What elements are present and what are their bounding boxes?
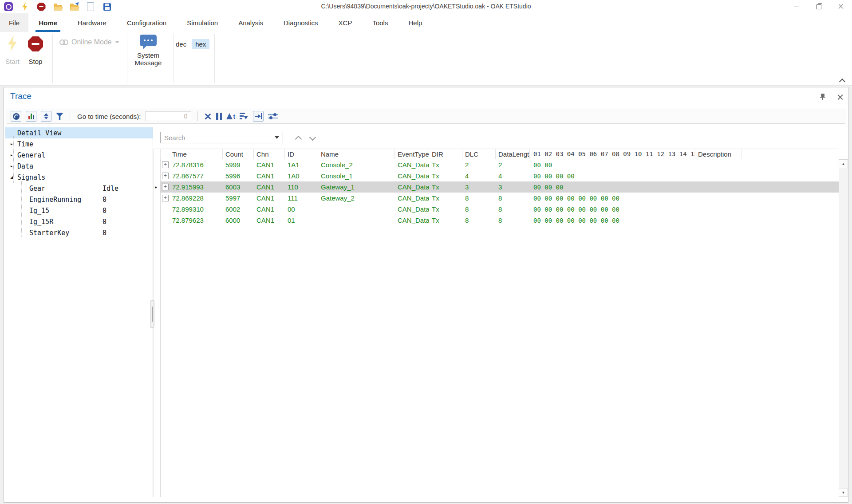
save-icon[interactable] [102,2,112,12]
scroll-up-button[interactable]: ▲ [839,159,848,168]
cell-filler [742,193,839,204]
message-bubble-icon [140,35,157,46]
tree-item-signals[interactable]: ◢Signals [5,172,153,183]
col-header-time[interactable]: Time [170,149,223,159]
chevron-up-icon [295,136,302,143]
stop-button[interactable]: Stop [25,34,46,65]
expand-cell: + [161,193,170,204]
dec-toggle[interactable]: dec [176,40,186,48]
ribbon: Start Stop Online Mode System Message de… [0,32,852,86]
menu-item-help[interactable]: Help [398,13,432,32]
expand-cell: + [161,181,170,193]
goto-time-input[interactable] [145,111,191,121]
menu-item-simulation[interactable]: Simulation [177,13,228,32]
tree-item-starterkey[interactable]: StarterKey0 [5,227,153,238]
window-title: C:\Users\94039\Documents\oak-projecty\OA… [321,3,531,10]
find-next-button[interactable] [307,133,318,143]
tree-item-label: Time [17,140,33,148]
sort-button[interactable] [240,113,248,120]
col-header-chn[interactable]: Chn [254,149,285,159]
cell-datalength: 8 [496,204,530,215]
cell-time: 72.899310 [170,204,223,215]
col-header-dir[interactable]: DIR [429,149,462,159]
statistics-toggle-button[interactable] [26,111,36,122]
delta-time-button[interactable]: t [226,113,235,119]
table-row[interactable]: 72.8993106002CAN100CAN_DataTx8800 00 00 … [154,204,839,215]
col-header-bytes[interactable]: 01 02 03 04 05 06 07 08 09 10 11 12 13 1… [530,149,695,159]
online-mode-dropdown[interactable]: Online Mode [59,38,119,46]
vertical-scrollbar[interactable]: ▲ ▼ [839,159,848,497]
cell-chn: CAN1 [254,204,285,215]
stop-icon[interactable] [36,2,46,12]
expand-row-icon[interactable]: + [162,195,169,201]
expand-row-icon[interactable]: + [162,184,169,190]
menu-item-tools[interactable]: Tools [362,13,398,32]
col-header-eventtype[interactable]: EventType [395,149,429,159]
tree-item-ig-15[interactable]: Ig_150 [5,205,153,216]
find-previous-button[interactable] [292,133,304,143]
col-header-count[interactable]: Count [223,149,254,159]
col-header-datalength[interactable]: DataLength [496,149,530,159]
cell-dlc: 8 [462,193,496,204]
cell-eventtype: CAN_Data [395,215,429,226]
expand-row-icon[interactable]: + [162,161,169,168]
table-row[interactable]: +72.8783165999CAN11A1Console_2CAN_DataTx… [154,159,839,170]
display-options-button[interactable] [268,114,278,118]
expand-collapse-toggle-button[interactable] [41,111,51,122]
filter-icon [56,113,63,120]
tree-item-gear[interactable]: GearIdle [5,183,153,194]
pause-button[interactable] [216,113,222,120]
goto-line-button[interactable] [253,111,264,122]
menu-item-analysis[interactable]: Analysis [228,13,273,32]
start-button[interactable]: Start [2,34,23,65]
tree-item-detail-view[interactable]: Detail View [5,127,153,138]
filter-button[interactable] [56,113,63,120]
open-folder-icon[interactable] [53,2,63,12]
collapse-ribbon-button[interactable] [839,78,845,83]
menu-item-home[interactable]: Home [28,13,67,32]
table-row[interactable]: +72.8692285997CAN1111Gateway_2CAN_DataTx… [154,193,839,204]
scroll-down-button[interactable]: ▼ [839,488,848,497]
expand-row-icon[interactable]: + [162,173,169,179]
menu-item-hardware[interactable]: Hardware [67,13,117,32]
table-row[interactable]: +72.8675775996CAN11A0Console_1CAN_DataTx… [154,170,839,181]
start-icon[interactable] [20,2,30,12]
cell-name: Gateway_1 [318,181,395,193]
clear-trace-button[interactable] [204,113,212,120]
menu-bar: FileHomeHardwareConfigurationSimulationA… [0,13,852,32]
tree-item-data[interactable]: ▸Data [5,161,153,172]
import-project-icon[interactable] [69,2,79,12]
cell-eventtype: CAN_Data [395,204,429,215]
menu-item-diagnostics[interactable]: Diagnostics [273,13,328,32]
table-row[interactable]: ▸+72.9159936003CAN1110Gateway_1CAN_DataT… [154,181,839,193]
new-file-icon[interactable] [86,2,95,12]
menu-item-file[interactable]: File [0,13,28,32]
col-header-name[interactable]: Name [318,149,395,159]
tree-item-enginerunning[interactable]: EngineRunning0 [5,194,153,205]
col-header-dlc[interactable]: DLC [462,149,496,159]
pin-panel-button[interactable] [820,93,828,102]
cell-id: 111 [285,193,318,204]
cell-filler [742,170,839,181]
close-button[interactable] [830,0,852,13]
search-dropdown-button[interactable] [271,132,283,143]
row-marker-cell [154,170,161,181]
tree-item-ig-15r[interactable]: Ig_15R0 [5,216,153,227]
close-panel-button[interactable] [836,93,844,102]
ribbon-separator [127,34,127,83]
hex-toggle[interactable]: hex [192,39,209,49]
autoscroll-toggle-button[interactable] [11,111,21,122]
menu-item-xcp[interactable]: XCP [328,13,363,32]
col-header-description[interactable]: Description [695,149,742,159]
col-header-id[interactable]: ID [285,149,318,159]
tree-item-general[interactable]: ▸General [5,150,153,161]
table-row[interactable]: 72.8796236000CAN101CAN_DataTx8800 00 00 … [154,215,839,226]
menu-item-configuration[interactable]: Configuration [117,13,177,32]
search-input[interactable] [161,132,278,143]
restore-button[interactable] [808,0,830,13]
app-icon [4,2,13,12]
minimize-button[interactable] [785,0,808,13]
cell-description [695,204,742,215]
system-message-button[interactable]: System Message [131,34,166,67]
tree-item-time[interactable]: ▸Time [5,138,153,150]
